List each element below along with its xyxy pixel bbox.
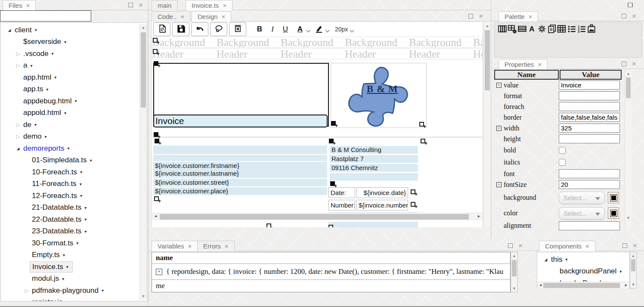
maximize-icon[interactable] [622, 62, 626, 66]
add-element-icon[interactable] [329, 139, 334, 143]
scroll-up-icon[interactable]: ▲ [630, 254, 636, 258]
table-gear-icon[interactable] [507, 24, 517, 34]
maximize-icon[interactable] [128, 3, 133, 7]
dropdown-caret-icon[interactable]: ▾ [102, 288, 104, 293]
scroll-thumb[interactable] [543, 283, 620, 288]
property-input-fontSize[interactable] [559, 180, 620, 189]
file-item-empty-ts[interactable]: Empty.ts▾ [1, 249, 147, 261]
chevron-down-icon[interactable] [325, 27, 330, 34]
dropdown-caret-icon[interactable]: ▾ [67, 146, 69, 151]
numbered-list-icon[interactable]: 123 [576, 24, 586, 34]
dropdown-caret-icon[interactable]: ▾ [34, 122, 37, 127]
customer-table-row[interactable]: ${invoice.customer.firstname} ${invoice.… [153, 162, 327, 178]
variable-row[interactable]: +{ reportdesign, data: { invoice: { numb… [152, 264, 510, 280]
close-icon[interactable]: × [632, 62, 636, 66]
add-element-icon[interactable] [153, 38, 158, 43]
file-item-21-datatable-ts[interactable]: 21-Datatable.ts▾ [1, 202, 147, 214]
add-element-icon[interactable] [153, 49, 158, 54]
file-item-demo[interactable]: ▷demo▾ [1, 131, 147, 143]
dropdown-caret-icon[interactable]: ▾ [84, 205, 87, 210]
underline-button[interactable]: U [280, 23, 291, 36]
file-item-invoice-ts[interactable]: Invoice.ts▾ [1, 261, 147, 273]
color-swatch-button-color[interactable] [608, 208, 619, 219]
maximize-icon[interactable] [508, 243, 513, 248]
font-size-select[interactable]: 20px [335, 25, 354, 34]
file-item-appold-html[interactable]: appold.html▾ [1, 107, 147, 119]
file-item-pdfmake-playground[interactable]: ▷pdfmake-playground▾ [1, 285, 147, 297]
close-icon[interactable]: × [585, 243, 589, 249]
tree-expanded-icon[interactable]: ◢ [14, 146, 22, 151]
maximize-icon[interactable] [622, 14, 626, 19]
date-label-cell[interactable]: Date: [328, 187, 355, 198]
add-element-icon[interactable] [331, 121, 336, 126]
number-label-cell[interactable]: Number: [328, 200, 355, 211]
dropdown-caret-icon[interactable]: ▾ [74, 99, 77, 103]
company-table-row[interactable]: B & M Consulting [330, 146, 418, 154]
invoice-title-field[interactable]: Invoice [153, 115, 328, 127]
undo-button[interactable] [191, 22, 208, 36]
component-item-backgroundpanel[interactable]: backgroundPanel▾ [537, 266, 629, 278]
file-item-app-html[interactable]: app.html▾ [1, 71, 147, 84]
dropdown-caret-icon[interactable]: ▾ [45, 134, 47, 139]
scroll-right-icon[interactable]: ► [624, 283, 628, 287]
dropdown-caret-icon[interactable]: ▾ [84, 217, 87, 222]
maximize-icon[interactable] [628, 3, 632, 7]
scroll-up-icon[interactable]: ▲ [511, 254, 517, 258]
add-element-icon[interactable] [328, 225, 333, 227]
scroll-down-icon[interactable]: ▼ [140, 294, 147, 298]
dropdown-caret-icon[interactable]: ▾ [52, 51, 54, 56]
scroll-down-icon[interactable]: ▼ [630, 282, 636, 287]
add-element-icon[interactable] [330, 181, 335, 186]
property-input-foreach[interactable] [559, 102, 620, 111]
close-icon[interactable]: × [188, 243, 192, 249]
maximize-icon[interactable] [468, 14, 473, 19]
add-element-icon[interactable] [154, 132, 158, 137]
add-element-icon[interactable] [154, 196, 159, 201]
dropdown-caret-icon[interactable]: ▾ [46, 87, 48, 92]
text-icon[interactable]: A [527, 24, 537, 34]
remove-property-icon[interactable]: × [496, 182, 502, 187]
close-icon[interactable]: × [225, 243, 229, 249]
remove-property-icon[interactable]: × [496, 83, 502, 88]
scroll-thumb[interactable] [160, 214, 469, 220]
file-item-12-foreach-ts[interactable]: 12-Foreach.ts▾ [1, 190, 147, 202]
close-icon[interactable]: × [518, 243, 523, 248]
file-item-23-datatable-ts[interactable]: 23-Datatable.ts▾ [1, 226, 147, 238]
property-input-height[interactable] [559, 134, 620, 143]
file-item-30-format-ts[interactable]: 30-Format.ts▾ [1, 237, 147, 249]
scroll-up-icon[interactable]: ▲ [140, 25, 147, 30]
delete-element-button[interactable] [229, 22, 246, 36]
customer-table-row[interactable] [153, 146, 327, 154]
close-icon[interactable]: × [479, 14, 483, 19]
scroll-right-icon[interactable]: ► [477, 214, 481, 218]
customer-table-row[interactable] [153, 155, 327, 161]
tab-components[interactable]: Components × [539, 241, 595, 251]
add-element-icon[interactable] [154, 61, 158, 66]
property-input-value[interactable] [559, 81, 620, 90]
close-icon[interactable]: × [529, 13, 533, 20]
scroll-down-icon[interactable]: ▼ [625, 216, 632, 220]
close-icon[interactable]: × [26, 2, 30, 9]
chevron-down-icon[interactable] [306, 27, 311, 34]
dropdown-caret-icon[interactable]: ▾ [65, 300, 68, 301]
file-item-01-simpledata-ts[interactable]: 01-Simpledata.ts▾ [1, 155, 147, 167]
property-input-width[interactable] [559, 124, 620, 133]
close-icon[interactable]: × [222, 13, 226, 20]
property-input-border[interactable] [559, 113, 620, 122]
property-input-alignment[interactable] [559, 221, 620, 230]
file-item-demoreports[interactable]: ◢demoreports▾ [1, 143, 147, 155]
file-item--vscode[interactable]: ▷.vscode▾ [1, 48, 147, 60]
logo-image-element[interactable]: B & M [331, 63, 427, 128]
number-value-cell[interactable]: ${invoice.number} [356, 200, 408, 211]
image-icon[interactable] [586, 24, 596, 34]
export-pdf-button[interactable] [153, 22, 170, 36]
expand-icon[interactable]: + [156, 269, 162, 275]
company-table-row[interactable]: 09116 Chemnitz [330, 164, 418, 172]
highlight-color-button[interactable] [313, 23, 325, 36]
remove-property-icon[interactable]: × [496, 126, 502, 131]
gear-icon[interactable] [537, 24, 547, 34]
scroll-up-icon[interactable]: ▲ [625, 71, 632, 76]
scroll-thumb[interactable] [626, 78, 631, 98]
canvas-hscrollbar[interactable]: ◄ ► [152, 213, 483, 220]
dropdown-caret-icon[interactable]: ▾ [76, 241, 78, 245]
